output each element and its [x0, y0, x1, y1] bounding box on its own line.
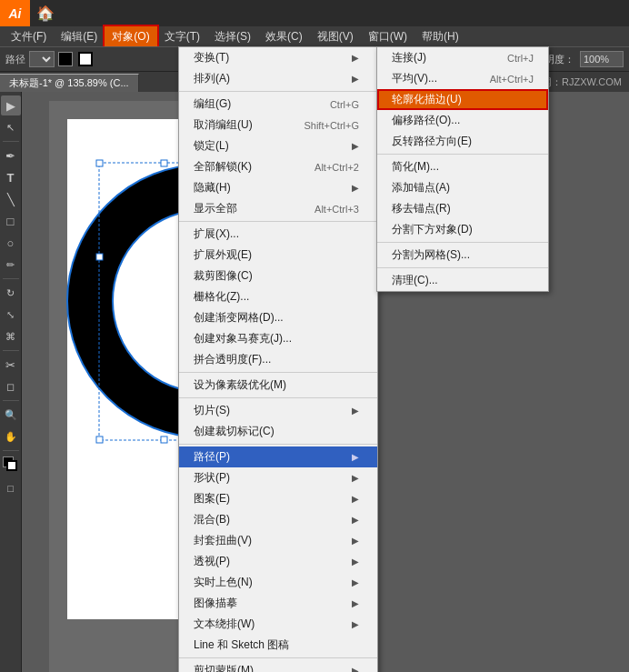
menu-pixel-perfect[interactable]: 设为像素级优化(M)	[179, 375, 377, 396]
menu-transform[interactable]: 变换(T) ▶	[179, 47, 377, 68]
submenu-outline-stroke[interactable]: 轮廓化描边(U)	[377, 89, 548, 110]
menu-clipping-mask[interactable]: 剪切蒙版(M) ▶	[179, 660, 377, 672]
arrow-icon: ▶	[352, 515, 359, 525]
menu-hide[interactable]: 隐藏(H) ▶	[179, 177, 377, 198]
menu-show-all[interactable]: 显示全部 Alt+Ctrl+3	[179, 198, 377, 219]
menu-create-slice[interactable]: 创建裁切标记(C)	[179, 421, 377, 442]
menu-image-trace[interactable]: 图像描摹 ▶	[179, 593, 377, 614]
arrow-icon: ▶	[352, 141, 359, 151]
submenu-simplify[interactable]: 简化(M)...	[377, 156, 548, 177]
menu-lock[interactable]: 锁定(L) ▶	[179, 135, 377, 156]
menu-ungroup[interactable]: 取消编组(U) Shift+Ctrl+G	[179, 115, 377, 135]
menu-path[interactable]: 路径(P) ▶	[179, 446, 377, 467]
separator	[179, 91, 377, 92]
arrow-icon: ▶	[352, 536, 359, 546]
path-submenu-dropdown: 连接(J) Ctrl+J 平均(V)... Alt+Ctrl+J 轮廓化描边(U…	[376, 46, 549, 292]
arrow-icon: ▶	[352, 577, 359, 587]
menu-rasterize[interactable]: 栅格化(Z)...	[179, 286, 377, 307]
submenu-reverse-path[interactable]: 反转路径方向(E)	[377, 131, 548, 152]
separator	[179, 397, 377, 398]
menu-group[interactable]: 编组(G) Ctrl+G	[179, 94, 377, 115]
submenu-divide-lower[interactable]: 分割下方对象(D)	[377, 219, 548, 240]
arrow-icon: ▶	[352, 494, 359, 504]
arrow-icon: ▶	[352, 406, 359, 416]
arrow-icon: ▶	[352, 53, 359, 63]
object-menu-dropdown: 变换(T) ▶ 排列(A) ▶ 编组(G) Ctrl+G 取消编组(U) Shi…	[178, 46, 378, 672]
menu-flatten-transparency[interactable]: 拼合透明度(F)...	[179, 349, 377, 370]
menu-blend[interactable]: 混合(B) ▶	[179, 509, 377, 530]
submenu-cleanup[interactable]: 清理(C)...	[377, 270, 548, 291]
separator	[179, 657, 377, 658]
menu-perspective[interactable]: 透视(P) ▶	[179, 551, 377, 572]
separator	[377, 154, 548, 155]
menu-live-paint[interactable]: 实时上色(N) ▶	[179, 572, 377, 593]
arrow-icon: ▶	[352, 619, 359, 629]
arrow-icon: ▶	[352, 452, 359, 462]
menu-line-sketch[interactable]: Line 和 Sketch 图稿	[179, 635, 377, 656]
separator	[179, 444, 377, 445]
menu-expand[interactable]: 扩展(X)...	[179, 224, 377, 245]
submenu-divide-grid[interactable]: 分割为网格(S)...	[377, 245, 548, 266]
separator	[179, 372, 377, 373]
arrow-icon: ▶	[352, 183, 359, 193]
menu-expand-appearance[interactable]: 扩展外观(E)	[179, 245, 377, 266]
menu-text-wrap[interactable]: 文本绕排(W) ▶	[179, 614, 377, 635]
arrow-icon: ▶	[352, 473, 359, 483]
separator	[179, 221, 377, 222]
menu-envelope-distort[interactable]: 封套扭曲(V) ▶	[179, 530, 377, 551]
submenu-remove-anchor[interactable]: 移去锚点(R)	[377, 198, 548, 219]
menu-crop-image[interactable]: 裁剪图像(C)	[179, 266, 377, 286]
dropdown-overlay: 变换(T) ▶ 排列(A) ▶ 编组(G) Ctrl+G 取消编组(U) Shi…	[0, 0, 629, 672]
arrow-icon: ▶	[352, 74, 359, 84]
menu-gradient-mesh[interactable]: 创建渐变网格(D)...	[179, 307, 377, 328]
menu-pattern[interactable]: 图案(E) ▶	[179, 488, 377, 509]
arrow-icon: ▶	[352, 557, 359, 567]
arrow-icon: ▶	[352, 598, 359, 608]
submenu-add-anchor[interactable]: 添加锚点(A)	[377, 177, 548, 198]
menu-shape[interactable]: 形状(P) ▶	[179, 467, 377, 488]
menu-slice[interactable]: 切片(S) ▶	[179, 400, 377, 421]
separator	[377, 242, 548, 243]
app-window: Ai 🏠 文件(F) 编辑(E) 对象(O) 文字(T) 选择(S) 效果(C)…	[0, 0, 629, 672]
submenu-join[interactable]: 连接(J) Ctrl+J	[377, 47, 548, 68]
menu-unlock[interactable]: 全部解锁(K) Alt+Ctrl+2	[179, 156, 377, 177]
menu-mosaic[interactable]: 创建对象马赛克(J)...	[179, 328, 377, 349]
submenu-average[interactable]: 平均(V)... Alt+Ctrl+J	[377, 68, 548, 89]
submenu-offset-path[interactable]: 偏移路径(O)...	[377, 110, 548, 131]
menu-arrange[interactable]: 排列(A) ▶	[179, 68, 377, 89]
separator	[377, 267, 548, 268]
arrow-icon: ▶	[352, 666, 359, 672]
